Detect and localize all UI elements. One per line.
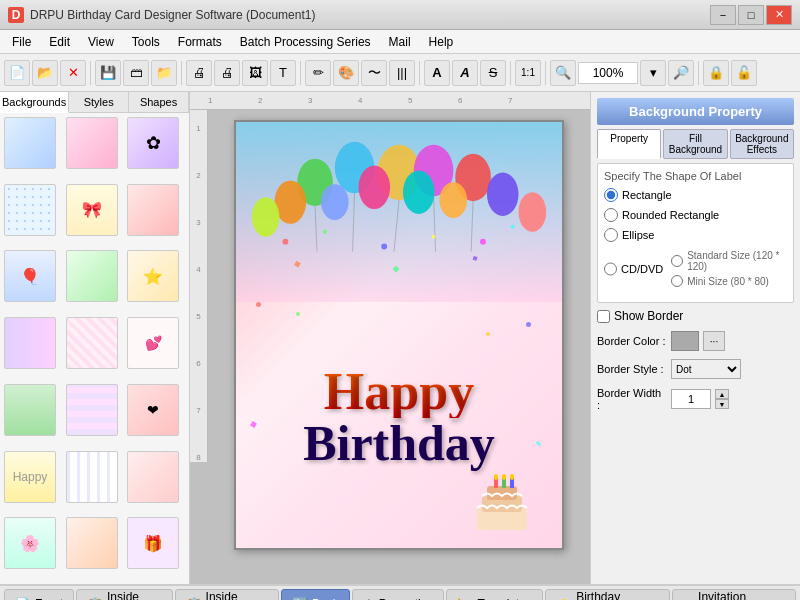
border-style-row: Border Style : Dot Solid Dash bbox=[597, 359, 794, 379]
svg-point-10 bbox=[519, 192, 547, 232]
svg-point-6 bbox=[487, 172, 519, 215]
print2-button[interactable]: 🖨 bbox=[214, 60, 240, 86]
border-style-label: Border Style : bbox=[597, 363, 667, 375]
save-all-button[interactable]: 🗃 bbox=[123, 60, 149, 86]
ratio-button[interactable]: 1:1 bbox=[515, 60, 541, 86]
pencil-button[interactable]: ✏ bbox=[305, 60, 331, 86]
bg-thumb-13[interactable] bbox=[4, 384, 56, 436]
panel-tabs: Backgrounds Styles Shapes bbox=[0, 92, 189, 113]
bg-thumb-3[interactable]: ✿ bbox=[127, 117, 179, 169]
tab-invitation-details[interactable]: ✉ Invitation Details bbox=[672, 589, 796, 600]
svg-point-22 bbox=[480, 239, 486, 245]
menubar: File Edit View Tools Formats Batch Proce… bbox=[0, 30, 800, 54]
cd-standard-row: Standard Size (120 * 120) bbox=[671, 250, 787, 272]
menu-formats[interactable]: Formats bbox=[170, 33, 230, 51]
bg-thumb-7[interactable]: 🎈 bbox=[4, 250, 56, 302]
lock2-button[interactable]: 🔓 bbox=[731, 60, 757, 86]
bg-thumb-10[interactable] bbox=[4, 317, 56, 369]
radio-cd-mini[interactable] bbox=[671, 275, 683, 287]
tab-shapes[interactable]: Shapes bbox=[129, 92, 189, 112]
bg-thumb-4[interactable] bbox=[4, 184, 56, 236]
tab-backgrounds[interactable]: Backgrounds bbox=[0, 92, 69, 113]
tab-inside-right[interactable]: 📋 Inside Right bbox=[175, 589, 279, 600]
canvas-wrapper: Happy Birthday bbox=[208, 110, 590, 560]
bg-thumb-20[interactable] bbox=[66, 517, 118, 569]
bg-thumb-19[interactable]: 🌸 bbox=[4, 517, 56, 569]
maximize-button[interactable]: □ bbox=[738, 5, 764, 25]
tab-properties[interactable]: ⚙ Properties bbox=[352, 589, 445, 600]
bg-thumb-9[interactable]: ⭐ bbox=[127, 250, 179, 302]
bg-thumb-8[interactable] bbox=[66, 250, 118, 302]
radio-ellipse[interactable] bbox=[604, 228, 618, 242]
wave-button[interactable]: 〜 bbox=[361, 60, 387, 86]
bg-thumb-6[interactable] bbox=[127, 184, 179, 236]
fontB-button[interactable]: A bbox=[452, 60, 478, 86]
back-icon: 🔙 bbox=[292, 597, 308, 601]
bg-thumb-17[interactable] bbox=[66, 451, 118, 503]
border-color-picker-button[interactable]: ··· bbox=[703, 331, 725, 351]
left-panel: Backgrounds Styles Shapes ✿ 🎀 🎈 ⭐ 💕 ❤ bbox=[0, 92, 190, 584]
zoom-out-large[interactable]: 🔍 bbox=[550, 60, 576, 86]
open-button[interactable]: 📂 bbox=[32, 60, 58, 86]
tab-inside-left[interactable]: 📋 Inside Left bbox=[76, 589, 173, 600]
zoom-dropdown[interactable]: ▾ bbox=[640, 60, 666, 86]
tab-front[interactable]: 📄 Front bbox=[4, 589, 74, 600]
bg-thumb-16[interactable]: Happy bbox=[4, 451, 56, 503]
tab-templates[interactable]: 📐 Templates bbox=[446, 589, 543, 600]
border-width-up[interactable]: ▲ bbox=[715, 389, 729, 399]
radio-rounded[interactable] bbox=[604, 208, 618, 222]
bg-thumb-15[interactable]: ❤ bbox=[127, 384, 179, 436]
label-rectangle: Rectangle bbox=[622, 189, 672, 201]
menu-mail[interactable]: Mail bbox=[381, 33, 419, 51]
menu-batch[interactable]: Batch Processing Series bbox=[232, 33, 379, 51]
menu-tools[interactable]: Tools bbox=[124, 33, 168, 51]
tab-bg-effects[interactable]: Background Effects bbox=[730, 129, 794, 159]
new-button[interactable]: 📄 bbox=[4, 60, 30, 86]
border-width-input[interactable] bbox=[671, 389, 711, 409]
menu-file[interactable]: File bbox=[4, 33, 39, 51]
bg-thumb-18[interactable] bbox=[127, 451, 179, 503]
show-border-checkbox[interactable] bbox=[597, 310, 610, 323]
image-button[interactable]: 🖼 bbox=[242, 60, 268, 86]
tab-birthday-details[interactable]: 🎂 Birthday Details bbox=[545, 589, 670, 600]
zoom-out-button[interactable]: 🔎 bbox=[668, 60, 694, 86]
close-button[interactable]: ✕ bbox=[766, 5, 792, 25]
menu-edit[interactable]: Edit bbox=[41, 33, 78, 51]
border-color-swatch[interactable] bbox=[671, 331, 699, 351]
fontA-button[interactable]: A bbox=[424, 60, 450, 86]
minimize-button[interactable]: − bbox=[710, 5, 736, 25]
front-icon: 📄 bbox=[15, 597, 31, 601]
tab-back[interactable]: 🔙 Back bbox=[281, 589, 350, 600]
radio-rectangle[interactable] bbox=[604, 188, 618, 202]
radio-cddvd[interactable] bbox=[604, 262, 617, 276]
bg-thumb-2[interactable] bbox=[66, 117, 118, 169]
bg-thumb-1[interactable] bbox=[4, 117, 56, 169]
svg-rect-25 bbox=[393, 266, 400, 273]
radio-cd-standard[interactable] bbox=[671, 255, 683, 267]
close-doc-button[interactable]: ✕ bbox=[60, 60, 86, 86]
text-button[interactable]: T bbox=[270, 60, 296, 86]
svg-rect-24 bbox=[294, 261, 301, 268]
tab-styles[interactable]: Styles bbox=[69, 92, 129, 112]
bg-thumb-14[interactable] bbox=[66, 384, 118, 436]
svg-line-13 bbox=[394, 200, 399, 251]
menu-view[interactable]: View bbox=[80, 33, 122, 51]
lock-button[interactable]: 🔒 bbox=[703, 60, 729, 86]
tab-fill-bg[interactable]: Fill Background bbox=[663, 129, 727, 159]
bg-thumb-5[interactable]: 🎀 bbox=[66, 184, 118, 236]
bg-thumb-12[interactable]: 💕 bbox=[127, 317, 179, 369]
bg-thumb-21[interactable]: 🎁 bbox=[127, 517, 179, 569]
bg-thumb-11[interactable] bbox=[66, 317, 118, 369]
save-button[interactable]: 💾 bbox=[95, 60, 121, 86]
menu-help[interactable]: Help bbox=[421, 33, 462, 51]
design-canvas[interactable]: Happy Birthday bbox=[234, 120, 564, 550]
folder-button[interactable]: 📁 bbox=[151, 60, 177, 86]
border-style-select[interactable]: Dot Solid Dash bbox=[671, 359, 741, 379]
fontC-button[interactable]: S bbox=[480, 60, 506, 86]
border-width-down[interactable]: ▼ bbox=[715, 399, 729, 409]
inside-left-icon: 📋 bbox=[87, 597, 103, 601]
color-button[interactable]: 🎨 bbox=[333, 60, 359, 86]
print-button[interactable]: 🖨 bbox=[186, 60, 212, 86]
tab-property[interactable]: Property bbox=[597, 129, 661, 159]
barcode-button[interactable]: ||| bbox=[389, 60, 415, 86]
